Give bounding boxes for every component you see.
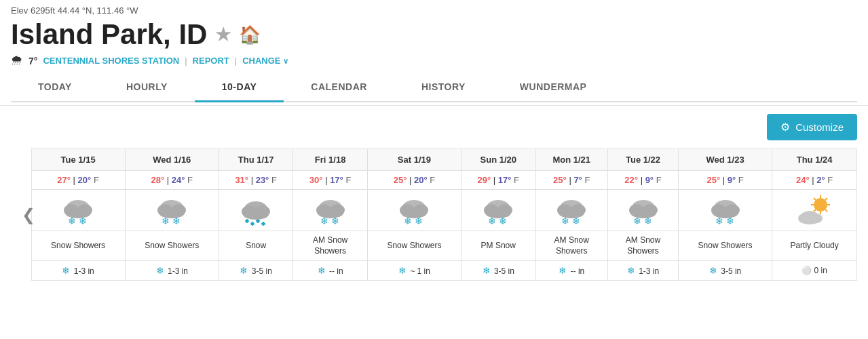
svg-point-15: [243, 209, 269, 220]
change-label: CHANGE: [242, 56, 280, 66]
precip-cell-5: ❄ 3-5 in: [461, 261, 535, 281]
date-header-8: Wed 1/23: [679, 149, 772, 171]
condition-cell-0: Snow Showers: [31, 231, 125, 261]
temp-cell-4: 25° | 20° F: [367, 171, 461, 190]
condition-cell-6: AM SnowShowers: [535, 231, 608, 261]
home-icon[interactable]: 🏠: [239, 24, 261, 45]
favorite-star-icon[interactable]: ★: [215, 24, 231, 45]
condition-cell-5: PM Snow: [461, 231, 535, 261]
svg-text:❄: ❄: [331, 216, 339, 226]
date-header-2: Thu 1/17: [219, 149, 293, 171]
tab-calendar[interactable]: CALENDAR: [284, 73, 394, 102]
condition-cell-4: Snow Showers: [367, 231, 461, 261]
prev-arrow[interactable]: ❮: [22, 205, 35, 224]
date-header-6: Mon 1/21: [535, 149, 608, 171]
precip-cell-9: ⚪ 0 in: [772, 261, 857, 281]
tab-today[interactable]: TODAY: [11, 73, 99, 102]
divider-2: |: [235, 56, 237, 66]
icon-cell-6: ❄ ❄: [535, 190, 608, 231]
customize-button[interactable]: ⚙ Customize: [767, 114, 857, 140]
date-header-5: Sun 1/20: [461, 149, 535, 171]
icon-cell-7: ❄ ❄: [608, 190, 679, 231]
icon-cell-9: [772, 190, 857, 231]
temp-cell-1: 28° | 24° F: [125, 171, 219, 190]
icon-cell-1: ❄ ❄: [125, 190, 219, 231]
icon-cell-0: ❄ ❄: [31, 190, 125, 231]
report-link[interactable]: REPORT: [193, 56, 229, 66]
station-temp: 7°: [29, 56, 37, 66]
svg-text:❄: ❄: [633, 216, 641, 226]
temp-cell-2: 31° | 23° F: [219, 171, 293, 190]
tab-10day[interactable]: 10-DAY: [195, 73, 284, 102]
svg-text:❄: ❄: [404, 216, 412, 226]
condition-cell-7: AM SnowShowers: [608, 231, 679, 261]
svg-text:❄: ❄: [726, 216, 734, 226]
date-header-0: Tue 1/15: [31, 149, 125, 171]
temp-cell-5: 29° | 17° F: [461, 171, 535, 190]
city-name: Island Park, ID: [11, 18, 207, 51]
precip-cell-1: ❄ 1-3 in: [125, 261, 219, 281]
top-controls: ⚙ Customize: [11, 114, 857, 140]
tab-hourly[interactable]: HOURLY: [99, 73, 195, 102]
precip-cell-6: ❄ -- in: [535, 261, 608, 281]
temp-cell-9: 24° | 2° F: [772, 171, 857, 190]
date-header-4: Sat 1/19: [367, 149, 461, 171]
divider-1: |: [185, 56, 187, 66]
condition-cell-3: AM SnowShowers: [293, 231, 367, 261]
date-header-9: Thu 1/24: [772, 149, 857, 171]
condition-cell-1: Snow Showers: [125, 231, 219, 261]
icon-cell-4: ❄ ❄: [367, 190, 461, 231]
precip-cell-2: ❄ 3-5 in: [219, 261, 293, 281]
main-content: ⚙ Customize ❮ Tue 1/15Wed 1/16Thu 1/17Fr…: [0, 106, 868, 289]
condition-cell-2: Snow: [219, 231, 293, 261]
svg-text:❄: ❄: [715, 216, 723, 226]
change-link[interactable]: CHANGE ∨: [242, 56, 288, 66]
condition-cell-8: Snow Showers: [679, 231, 772, 261]
gear-icon: ⚙: [780, 121, 790, 134]
svg-text:❄: ❄: [68, 216, 76, 226]
forecast-table: Tue 1/15Wed 1/16Thu 1/17Fri 1/18Sat 1/19…: [11, 148, 857, 281]
temp-cell-8: 25° | 9° F: [679, 171, 772, 190]
svg-text:❄: ❄: [561, 216, 569, 226]
condition-cell-9: Partly Cloudy: [772, 231, 857, 261]
svg-text:❄: ❄: [320, 216, 328, 226]
precip-cell-0: ❄ 1-3 in: [31, 261, 125, 281]
top-bar: Elev 6295ft 44.44 °N, 111.46 °W Island P…: [0, 0, 868, 106]
navigation-tabs: TODAY HOURLY 10-DAY CALENDAR HISTORY WUN…: [11, 73, 857, 102]
svg-line-71: [814, 210, 816, 212]
svg-point-76: [799, 215, 820, 224]
svg-line-70: [825, 210, 827, 212]
date-header-1: Wed 1/16: [125, 149, 219, 171]
svg-text:❄: ❄: [415, 216, 423, 226]
icon-cell-3: ❄ ❄: [293, 190, 367, 231]
precip-cell-3: ❄ -- in: [293, 261, 367, 281]
icon-cell-8: ❄ ❄: [679, 190, 772, 231]
date-header-7: Tue 1/22: [608, 149, 679, 171]
svg-text:❄: ❄: [499, 216, 507, 226]
temp-cell-6: 25° | 7° F: [535, 171, 608, 190]
date-header-3: Fri 1/18: [293, 149, 367, 171]
svg-text:❄: ❄: [644, 216, 652, 226]
city-title-row: Island Park, ID ★ 🏠: [11, 18, 857, 51]
tab-history[interactable]: HISTORY: [394, 73, 493, 102]
icon-cell-2: [219, 190, 293, 231]
svg-text:❄: ❄: [488, 216, 496, 226]
temp-cell-7: 22° | 9° F: [608, 171, 679, 190]
svg-text:❄: ❄: [572, 216, 580, 226]
svg-line-69: [814, 198, 816, 200]
precip-cell-4: ❄ ~ 1 in: [367, 261, 461, 281]
temp-cell-3: 30° | 17° F: [293, 171, 367, 190]
customize-label: Customize: [795, 121, 844, 133]
precip-cell-7: ❄ 1-3 in: [608, 261, 679, 281]
forecast-table-wrapper: ❮ Tue 1/15Wed 1/16Thu 1/17Fri 1/18Sat 1/…: [11, 148, 857, 281]
svg-line-72: [825, 198, 827, 200]
svg-text:❄: ❄: [79, 216, 87, 226]
elevation-line: Elev 6295ft 44.44 °N, 111.46 °W: [11, 5, 857, 16]
tab-wundermap[interactable]: WUNDERMAP: [493, 73, 614, 102]
temp-cell-0: 27° | 20° F: [31, 171, 125, 190]
precip-cell-8: ❄ 3-5 in: [679, 261, 772, 281]
chevron-down-icon: ∨: [283, 57, 288, 65]
station-name-link[interactable]: CENTENNIAL SHORES STATION: [43, 56, 179, 66]
station-weather-icon: 🌨: [11, 54, 23, 68]
icon-cell-5: ❄ ❄: [461, 190, 535, 231]
